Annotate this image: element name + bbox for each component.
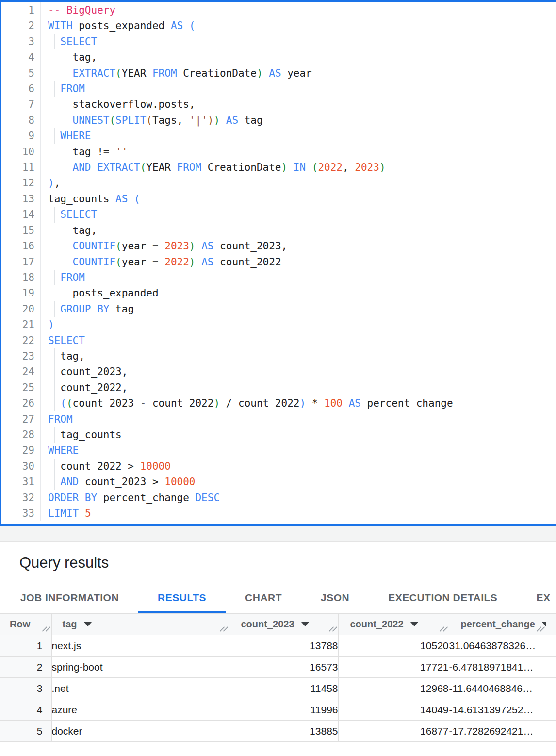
code-text: COUNTIF(year = 2023) AS count_2023, <box>48 238 556 254</box>
line-number: 13 <box>1 191 41 207</box>
code-token: / count_2022 <box>220 397 299 409</box>
code-text: LIMIT 5 <box>48 506 556 521</box>
code-line: 27FROM <box>1 411 556 427</box>
tab-ex[interactable]: EX <box>517 584 556 613</box>
cell-count_2022: 14049 <box>338 699 449 721</box>
code-token: '|' <box>189 115 208 126</box>
line-number: 10 <box>1 144 41 160</box>
code-line: 25 count_2022, <box>1 380 556 395</box>
column-resize-handle[interactable] <box>328 626 336 633</box>
line-number: 17 <box>1 254 41 270</box>
code-line: 33LIMIT 5 <box>1 506 556 521</box>
column-header-count_2023[interactable]: count_2023 <box>229 614 338 635</box>
code-text: WHERE <box>48 128 556 144</box>
code-line: 4 tag, <box>1 49 556 65</box>
cell-percent_change: -14.6131397252… <box>449 699 546 721</box>
code-token: -- BigQuery <box>48 4 115 16</box>
code-line: 28 tag_counts <box>1 427 556 443</box>
code-token <box>196 240 202 252</box>
code-token: 5 <box>85 508 91 519</box>
column-header-count_2022[interactable]: count_2022 <box>338 614 449 635</box>
line-number: 20 <box>1 301 41 317</box>
column-resize-handle[interactable] <box>42 626 49 633</box>
code-token: IN <box>294 162 306 173</box>
cell-count_2023: 16573 <box>229 657 338 678</box>
results-table: Rowtagcount_2023count_2022percent_change… <box>0 613 556 742</box>
cell-spacer <box>546 657 556 678</box>
column-header-Row[interactable]: Row <box>0 614 51 635</box>
line-number: 5 <box>1 66 41 81</box>
code-token: , <box>54 177 61 189</box>
indent-guide <box>54 364 55 379</box>
code-text: SELECT <box>48 333 556 348</box>
code-text: UNNEST(SPLIT(Tags, '|')) AS tag <box>48 113 556 128</box>
cell-tag: next.js <box>51 635 229 657</box>
code-token: year <box>281 67 312 79</box>
code-line: 32ORDER BY percent_change DESC <box>1 490 556 506</box>
line-number: 7 <box>1 97 41 112</box>
cell-count_2022: 16877 <box>338 721 449 742</box>
code-token: count_2022 > <box>48 460 140 472</box>
sort-dropdown-icon[interactable] <box>410 622 418 626</box>
sort-dropdown-icon[interactable] <box>301 622 309 626</box>
indent-guide <box>61 49 61 65</box>
code-text: COUNTIF(year = 2022) AS count_2022 <box>48 254 556 270</box>
code-line: 21) <box>1 317 556 332</box>
line-number: 9 <box>1 128 41 144</box>
code-line: 22SELECT <box>1 333 556 348</box>
code-token: ( <box>146 115 152 126</box>
tab-results[interactable]: RESULTS <box>138 584 226 613</box>
code-text: GROUP BY tag <box>48 301 556 317</box>
column-resize-handle[interactable] <box>536 626 544 633</box>
column-header-label: count_2023 <box>241 619 294 630</box>
indent-guide <box>54 474 55 490</box>
line-number: 18 <box>1 270 41 285</box>
column-header-tag[interactable]: tag <box>51 614 229 635</box>
table-row: 1next.js137881052031.06463878326… <box>0 635 556 657</box>
code-token: tag_counts <box>48 193 115 205</box>
indent-guide <box>61 223 61 238</box>
query-results-panel: Query results JOB INFORMATIONRESULTSCHAR… <box>0 542 556 742</box>
header-cell-content: count_2022 <box>339 619 449 630</box>
code-token: , <box>343 162 355 173</box>
line-number: 11 <box>1 160 41 175</box>
line-number: 26 <box>1 395 41 411</box>
column-resize-handle[interactable] <box>219 626 227 633</box>
indent-guide <box>54 34 55 49</box>
line-number: 25 <box>1 380 41 395</box>
column-resize-handle[interactable] <box>439 626 447 633</box>
tab-job-information[interactable]: JOB INFORMATION <box>1 584 138 613</box>
code-text: FROM <box>48 81 556 97</box>
column-header-percent_change[interactable]: percent_change <box>449 614 546 635</box>
code-line: 17 COUNTIF(year = 2022) AS count_2022 <box>1 254 556 270</box>
line-number: 1 <box>1 2 41 18</box>
indent-guide <box>54 207 55 222</box>
column-header-label: count_2022 <box>350 619 404 630</box>
cell-Row: 2 <box>0 657 51 678</box>
tab-execution-details[interactable]: EXECUTION DETAILS <box>369 584 517 613</box>
code-token: 100 <box>324 397 343 409</box>
table-body: 1next.js137881052031.06463878326…2spring… <box>0 635 556 742</box>
line-number: 23 <box>1 348 41 364</box>
code-token: ( <box>66 397 73 409</box>
code-line: 9 WHERE <box>1 128 556 144</box>
code-token: ) <box>48 177 54 189</box>
code-token: AS <box>171 20 183 32</box>
code-text: SELECT <box>48 34 556 49</box>
indent-guide <box>54 348 55 364</box>
tab-json[interactable]: JSON <box>301 584 369 613</box>
code-token: FROM <box>152 67 177 79</box>
cell-tag: spring-boot <box>51 657 229 678</box>
code-token: ) <box>208 115 214 126</box>
code-token: ) <box>379 162 386 173</box>
tab-chart[interactable]: CHART <box>226 584 301 613</box>
sql-editor[interactable]: 1-- BigQuery2WITH posts_expanded AS (3 S… <box>0 0 556 526</box>
code-token: ( <box>115 240 122 252</box>
code-token: tag <box>238 115 263 126</box>
code-token: * <box>306 397 324 409</box>
code-text: ) <box>48 317 556 332</box>
table-header-row: Rowtagcount_2023count_2022percent_change <box>0 614 556 635</box>
code-line: 24 count_2023, <box>1 364 556 379</box>
code-text: -- BigQuery <box>48 2 556 18</box>
sort-dropdown-icon[interactable] <box>84 622 92 626</box>
